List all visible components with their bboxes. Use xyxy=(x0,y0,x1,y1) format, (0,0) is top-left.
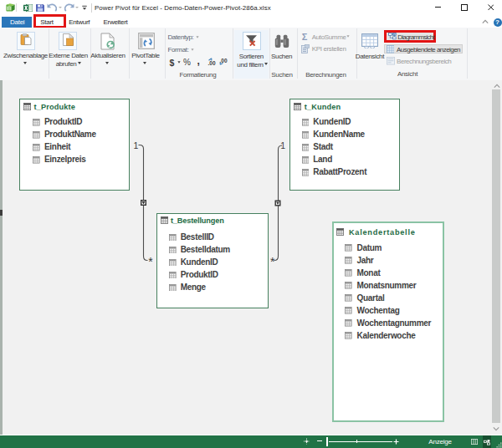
svg-text:.00: .00 xyxy=(208,60,216,66)
svg-text:*: * xyxy=(270,255,275,267)
svg-text:1: 1 xyxy=(280,140,285,150)
svg-text:*: * xyxy=(148,255,153,267)
svg-text:.00: .00 xyxy=(220,58,228,64)
svg-text:1: 1 xyxy=(134,140,139,150)
